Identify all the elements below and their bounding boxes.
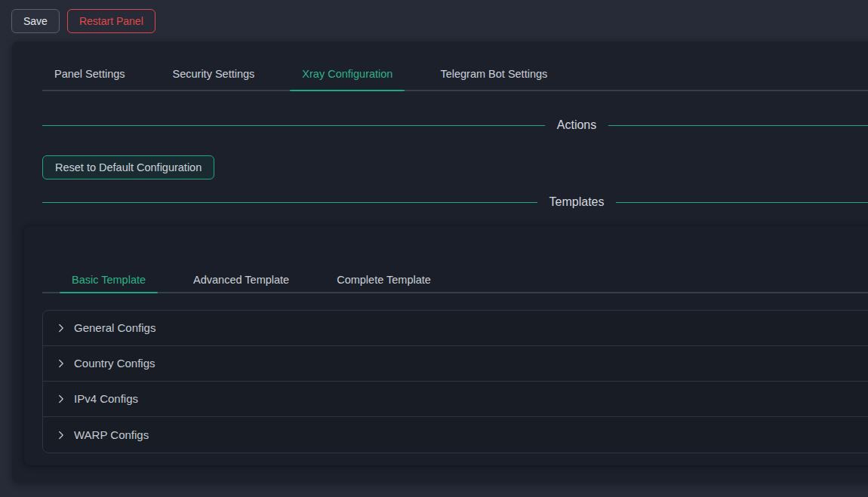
- chevron-right-icon: [57, 324, 66, 333]
- topbar: Save Restart Panel: [0, 0, 868, 41]
- chevron-right-icon: [57, 359, 66, 368]
- tab-security-settings[interactable]: Security Settings: [161, 54, 267, 90]
- settings-card: Panel Settings Security Settings Xray Co…: [12, 41, 868, 483]
- templates-divider: Templates: [42, 194, 868, 210]
- divider-line: [608, 125, 868, 126]
- tab-advanced-template[interactable]: Advanced Template: [181, 262, 301, 292]
- restart-panel-button[interactable]: Restart Panel: [67, 9, 155, 33]
- chevron-right-icon: [57, 394, 66, 403]
- templates-section-title: Templates: [537, 195, 617, 209]
- settings-tabs: Panel Settings Security Settings Xray Co…: [42, 54, 868, 91]
- template-accordion: General Configs Country Configs IPv4 Con…: [42, 310, 868, 453]
- divider-line: [616, 202, 868, 203]
- accordion-item-country-configs[interactable]: Country Configs: [43, 346, 868, 382]
- actions-section-title: Actions: [545, 118, 608, 132]
- accordion-item-label: General Configs: [74, 320, 155, 336]
- accordion-item-label: IPv4 Configs: [74, 391, 138, 407]
- divider-line: [42, 125, 545, 126]
- accordion-item-label: Country Configs: [74, 355, 155, 372]
- divider-line: [42, 202, 537, 203]
- tab-panel-settings[interactable]: Panel Settings: [42, 54, 137, 90]
- chevron-right-icon: [57, 431, 66, 440]
- tab-xray-configuration[interactable]: Xray Configuration: [290, 54, 405, 90]
- tab-complete-template[interactable]: Complete Template: [325, 262, 443, 292]
- accordion-item-general-configs[interactable]: General Configs: [43, 311, 868, 346]
- accordion-item-ipv4-configs[interactable]: IPv4 Configs: [43, 382, 868, 417]
- tab-basic-template[interactable]: Basic Template: [60, 262, 158, 292]
- reset-to-default-button[interactable]: Reset to Default Configuration: [42, 155, 214, 179]
- accordion-item-warp-configs[interactable]: WARP Configs: [43, 417, 868, 453]
- templates-card: Basic Template Advanced Template Complet…: [24, 226, 868, 465]
- tab-telegram-bot-settings[interactable]: Telegram Bot Settings: [428, 54, 559, 90]
- save-button[interactable]: Save: [11, 9, 60, 33]
- template-tabs: Basic Template Advanced Template Complet…: [42, 262, 868, 293]
- actions-divider: Actions: [42, 117, 868, 133]
- accordion-item-label: WARP Configs: [74, 427, 149, 443]
